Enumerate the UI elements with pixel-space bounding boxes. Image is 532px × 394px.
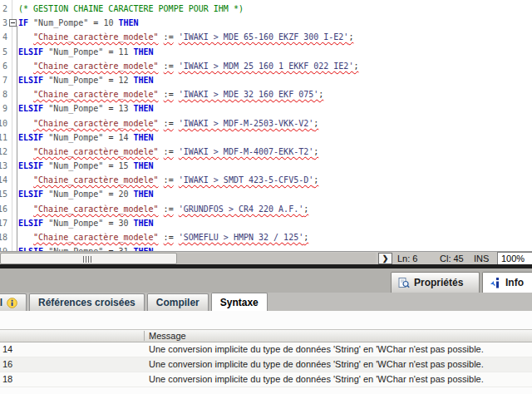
code-text: "Chaine_caractère_modele" := 'IWAKI > MD…: [18, 59, 358, 73]
code-line[interactable]: 10 "Chaine_caractère_modele" := 'IWAKI >…: [0, 116, 532, 131]
tab-syntax[interactable]: Syntaxe: [211, 293, 268, 311]
code-line[interactable]: 3 IF "Num_Pompe" = 10 THEN: [0, 16, 532, 30]
row-line-number: 16: [0, 357, 146, 372]
line-indicator: Ln: 6: [397, 254, 417, 263]
code-line[interactable]: 5 ELSIF "Num_Pompe" = 11 THEN: [0, 45, 532, 59]
line-number: 5: [0, 45, 7, 59]
code-line[interactable]: 14 "Chaine_caractère_modele" := 'IWAKI >…: [0, 173, 532, 187]
tab-syntax-label: Syntaxe: [220, 297, 259, 308]
code-line[interactable]: 2 (* GESTION CHAINE CARACTERE POMPE POUR…: [0, 2, 532, 16]
tab-cross-references[interactable]: Références croisées: [29, 293, 145, 311]
line-number: 18: [0, 230, 7, 244]
code-text: "Chaine_caractère_modele" := 'GRUNDFOS >…: [18, 202, 308, 216]
code-line[interactable]: 11 ELSIF "Num_Pompe" = 14 THEN: [0, 131, 532, 145]
code-text: ELSIF "Num_Pompe" = 12 THEN: [18, 73, 154, 87]
properties-icon: [398, 277, 410, 288]
tab-general-label: Général: [0, 297, 2, 308]
line-number: 6: [0, 59, 7, 73]
code-text: "Chaine_caractère_modele" := 'IWAKI > MD…: [18, 116, 318, 131]
code-line[interactable]: 15 ELSIF "Num_Pompe" = 20 THEN: [0, 187, 532, 201]
line-number: 13: [0, 159, 7, 173]
code-text: ELSIF "Num_Pompe" = 30 THEN: [18, 216, 154, 230]
message-rows: 14 Une conversion implicite du type de d…: [0, 342, 532, 387]
code-line[interactable]: 7 ELSIF "Num_Pompe" = 12 THEN: [0, 73, 532, 87]
editor-status-bar: ❯ Ln: 6 Cl: 45 INS 100%: [0, 251, 532, 264]
message-table-row[interactable]: 14 Une conversion implicite du type de d…: [0, 342, 532, 357]
line-number: 14: [0, 173, 7, 187]
tab-general[interactable]: Général: [0, 293, 27, 311]
message-tab-bar: Général Références croisées Compiler Syn…: [0, 293, 532, 311]
code-text: ELSIF "Num_Pompe" = 15 THEN: [18, 159, 154, 173]
tab-info[interactable]: Info: [482, 272, 532, 293]
code-text: "Chaine_caractère_modele" := 'IWAKI > MD…: [18, 145, 318, 159]
row-line-number: 18: [0, 372, 146, 387]
line-number: 16: [0, 202, 7, 216]
tab-properties[interactable]: Propriétés: [391, 272, 480, 293]
column-indicator: Cl: 45: [440, 254, 464, 263]
expand-statusbar-button[interactable]: ❯: [378, 253, 392, 264]
row-message: Une conversion implicite du type de donn…: [146, 372, 532, 387]
code-text: "Chaine_caractère_modele" := 'IWAKI > SM…: [18, 173, 318, 187]
line-number: 8: [0, 87, 7, 101]
row-message: Une conversion implicite du type de donn…: [146, 357, 532, 372]
code-line[interactable]: 13 ELSIF "Num_Pompe" = 15 THEN: [0, 159, 532, 173]
code-text: IF "Num_Pompe" = 10 THEN: [18, 16, 139, 30]
info-icon: [490, 277, 501, 288]
insert-mode-indicator: INS: [474, 254, 489, 263]
code-line[interactable]: 8 "Chaine_caractère_modele" := 'IWAKI > …: [0, 87, 532, 101]
line-number: 15: [0, 187, 7, 201]
code-line[interactable]: 12 "Chaine_caractère_modele" := 'IWAKI >…: [0, 145, 532, 159]
tab-info-label: Info: [505, 277, 524, 288]
code-text: ELSIF "Num_Pompe" = 11 THEN: [18, 45, 154, 59]
code-line[interactable]: 4 "Chaine_caractère_modele" := 'IWAKI > …: [0, 30, 532, 44]
tab-cross-references-label: Références croisées: [38, 297, 135, 308]
message-table-row[interactable]: 16 Une conversion implicite du type de d…: [0, 357, 532, 372]
line-number: 3: [0, 16, 7, 30]
code-line[interactable]: 6 "Chaine_caractère_modele" := 'IWAKI > …: [0, 59, 532, 73]
scrollbar-grip-icon: [83, 256, 92, 263]
tab-compile-label: Compiler: [156, 297, 200, 308]
inspector-tab-bar: Propriétés Info: [0, 268, 532, 293]
code-text: ELSIF "Num_Pompe" = 20 THEN: [18, 187, 154, 201]
scl-code-editor[interactable]: 2 (* GESTION CHAINE CARACTERE POMPE POUR…: [0, 0, 532, 251]
code-line[interactable]: 19 ELSIF "Num_Pompe" = 31 THEN: [0, 244, 532, 251]
tab-compile[interactable]: Compiler: [147, 293, 209, 311]
tab-properties-label: Propriétés: [414, 277, 463, 288]
horizontal-scrollbar[interactable]: [0, 253, 376, 265]
code-text: "Chaine_caractère_modele" := 'SOMEFLU > …: [18, 230, 308, 244]
message-table-row[interactable]: 18 Une conversion implicite du type de d…: [0, 372, 532, 387]
fold-region-line: [17, 26, 17, 251]
code-text: ELSIF "Num_Pompe" = 13 THEN: [18, 101, 154, 116]
line-number: 7: [0, 73, 7, 87]
code-lines: 2 (* GESTION CHAINE CARACTERE POMPE POUR…: [0, 2, 532, 251]
row-message: Une conversion implicite du type de donn…: [146, 342, 532, 357]
code-text: ELSIF "Num_Pompe" = 31 THEN: [18, 244, 154, 251]
code-text: ELSIF "Num_Pompe" = 14 THEN: [18, 131, 154, 145]
line-number: 10: [0, 116, 7, 131]
syntax-message-pane: Message 14 Une conversion implicite du t…: [0, 311, 532, 394]
message-column-header[interactable]: Message: [149, 330, 186, 342]
tia-portal-scl-editor-window: 2 (* GESTION CHAINE CARACTERE POMPE POUR…: [0, 0, 532, 394]
code-text: (* GESTION CHAINE CARACTERE POMPE POUR I…: [18, 2, 244, 16]
zoom-level-select[interactable]: 100%: [497, 252, 532, 265]
line-number: 4: [0, 30, 7, 44]
code-line[interactable]: 18 "Chaine_caractère_modele" := 'SOMEFLU…: [0, 230, 532, 244]
scrollbar-thumb[interactable]: [0, 253, 177, 264]
line-number: 9: [0, 101, 7, 116]
table-header[interactable]: Message: [0, 329, 532, 342]
code-text: "Chaine_caractère_modele" := 'IWAKI > MD…: [18, 87, 323, 101]
column-separator[interactable]: [144, 331, 145, 341]
line-number: 19: [0, 244, 7, 251]
line-number: 12: [0, 145, 7, 159]
line-number: 17: [0, 216, 7, 230]
code-text: "Chaine_caractère_modele" := 'IWAKI > MD…: [18, 30, 353, 44]
code-line[interactable]: 17 ELSIF "Num_Pompe" = 30 THEN: [0, 216, 532, 230]
line-number: 11: [0, 131, 7, 145]
pane-spacer: [0, 311, 532, 329]
code-line[interactable]: 16 "Chaine_caractère_modele" := 'GRUNDFO…: [0, 202, 532, 216]
row-line-number: 14: [0, 342, 146, 357]
line-number: 2: [0, 2, 7, 16]
info-warning-icon: [7, 298, 17, 308]
fold-toggle-icon[interactable]: [9, 19, 17, 27]
code-line[interactable]: 9 ELSIF "Num_Pompe" = 13 THEN: [0, 101, 532, 116]
